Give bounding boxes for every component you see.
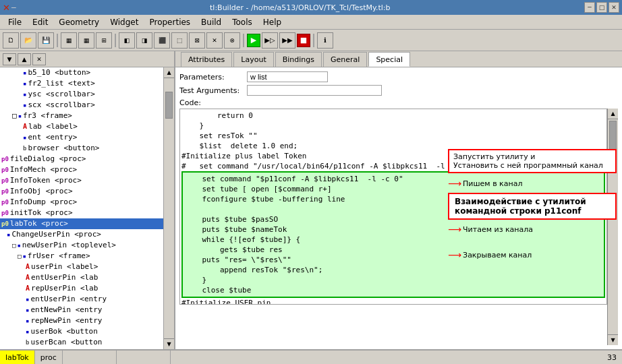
tree-item-label: userPin <label> — [31, 262, 98, 272]
tree-area: ▪ b5_10 <button> ▪ fr2_list <text> ▪ ysc… — [0, 67, 163, 349]
statusbar-text-2: proc — [40, 353, 57, 362]
list-item[interactable]: ▪ fr2_list <text> — [0, 78, 163, 89]
tab-special[interactable]: Special — [368, 52, 410, 67]
tree-item-label: repNewPin <entry — [30, 315, 102, 326]
btn8[interactable]: ⊠ — [189, 32, 205, 49]
list-item[interactable]: □ ▪ newUserPin <toplevel> — [0, 240, 163, 251]
content-area: Parameters: Test Arguments: Code: return… — [175, 67, 622, 349]
titlebar-left: ✕ ─ — [3, 3, 16, 13]
test-args-input[interactable] — [247, 85, 382, 96]
parameters-row: Parameters: — [179, 71, 618, 82]
btn9[interactable]: ✕ — [206, 32, 223, 49]
list-item[interactable]: A entUserPin <lab — [0, 272, 163, 283]
list-item[interactable]: ▪ repNewPin <entry — [0, 315, 163, 326]
btn7[interactable]: ⬚ — [171, 32, 188, 49]
list-item[interactable]: p0 initTok <proc> — [0, 208, 163, 218]
maximize-button[interactable]: □ — [596, 2, 607, 13]
btn1[interactable]: ▦ — [61, 32, 77, 49]
close-icon[interactable]: ✕ — [3, 3, 10, 13]
collapse-all-button[interactable]: ▲ — [18, 53, 31, 65]
code-scroll-thumb[interactable] — [609, 121, 617, 161]
code-scrollbar[interactable]: ▲ ▼ — [607, 109, 618, 345]
list-item[interactable]: A lab <label> — [0, 121, 163, 132]
tab-attributes[interactable]: Attributes — [181, 52, 232, 67]
list-item[interactable]: p0 InfoToken <proc> — [0, 175, 163, 186]
menu-file[interactable]: File — [3, 16, 27, 28]
tab-general[interactable]: General — [323, 52, 367, 67]
window-close-button[interactable]: ✕ — [609, 2, 619, 13]
tree-item-label: repUserPin <lab — [31, 283, 98, 294]
menu-widget[interactable]: Widget — [105, 16, 144, 28]
btn5[interactable]: ◨ — [136, 32, 152, 49]
tree-container: ▪ b5_10 <button> ▪ fr2_list <text> ▪ ysc… — [0, 67, 174, 349]
save-button[interactable]: 💾 — [38, 32, 54, 49]
code-label: Code: — [179, 98, 618, 107]
list-item[interactable]: A repUserPin <lab — [0, 283, 163, 294]
tree-inner: ▪ b5_10 <button> ▪ fr2_list <text> ▪ ysc… — [0, 67, 163, 349]
titlebar: ✕ ─ tl:Builder - /home/a513/ORLOV/TK_Tcl… — [0, 0, 622, 15]
code-editor[interactable]: return 0 } set resTok "" $list delete 1.… — [179, 109, 607, 305]
menubar: File Edit Geometry Widget Properties Bui… — [0, 15, 622, 30]
vertical-scrollbar[interactable]: ▲ ▼ — [163, 67, 174, 349]
menu-help[interactable]: Help — [258, 16, 287, 28]
left-panel: ▼ ▲ ✕ ▪ b5_10 <button> ▪ fr2_list <text> — [0, 51, 175, 349]
menu-edit[interactable]: Edit — [27, 16, 53, 28]
tree-item-label: lab <label> — [28, 121, 78, 132]
list-item[interactable]: ▪ ysc <scrollbar> — [0, 89, 163, 100]
step2-button[interactable]: ▶▶ — [279, 32, 295, 49]
menu-tools[interactable]: Tools — [227, 16, 258, 28]
new-button[interactable]: 🗋 — [3, 32, 19, 49]
info-button[interactable]: ℹ — [317, 32, 333, 49]
right-panel: Attributes Layout Bindings General Speci… — [175, 51, 622, 349]
list-item[interactable]: ▪ scx <scrollbar> — [0, 100, 163, 111]
statusbar-item-1: labTok — [0, 351, 35, 364]
list-item[interactable]: b browser <button> — [0, 143, 163, 154]
scroll-down-button[interactable]: ▼ — [164, 338, 174, 349]
menu-geometry[interactable]: Geometry — [53, 16, 105, 28]
tree-close-button[interactable]: ✕ — [32, 53, 46, 65]
btn6[interactable]: ⬛ — [154, 32, 170, 49]
sep4 — [313, 34, 314, 47]
selected-tree-item[interactable]: p0 labTok <proc> — [0, 218, 163, 229]
scroll-thumb[interactable] — [165, 92, 173, 119]
stop-button[interactable]: ■ — [297, 34, 310, 47]
parameters-input[interactable] — [247, 71, 328, 82]
list-item[interactable]: p0 codeChangeUserPin <co — [0, 348, 163, 349]
code-scroll-down[interactable]: ▼ — [608, 334, 618, 345]
titlebar-buttons: ─ □ ✕ — [584, 2, 619, 13]
sep3 — [243, 34, 244, 47]
expand-all-button[interactable]: ▼ — [3, 53, 16, 65]
list-item[interactable]: p0 fileDialog <proc> — [0, 154, 163, 164]
list-item[interactable]: b userBcan <button — [0, 337, 163, 348]
list-item[interactable]: A userPin <label> — [0, 262, 163, 272]
btn2[interactable]: ▦ — [78, 32, 94, 49]
tab-bindings[interactable]: Bindings — [275, 52, 322, 67]
list-item[interactable]: ▪ b5_10 <button> — [0, 67, 163, 78]
list-item[interactable]: ▪ entNewPin <entry — [0, 305, 163, 315]
tree-item-label: userBcan <button — [30, 337, 102, 348]
main: ▼ ▲ ✕ ▪ b5_10 <button> ▪ fr2_list <text> — [0, 51, 622, 349]
list-item[interactable]: □ ▪ fr3 <frame> — [0, 111, 163, 121]
list-item[interactable]: p0 InfoDump <proc> — [0, 197, 163, 208]
code-scroll-up[interactable]: ▲ — [608, 109, 618, 119]
run-button[interactable]: ▶ — [247, 34, 260, 47]
list-item[interactable]: ▪ entUserPin <entry — [0, 294, 163, 305]
tab-layout[interactable]: Layout — [233, 52, 273, 67]
tab-bar: Attributes Layout Bindings General Speci… — [175, 51, 622, 67]
open-button[interactable]: 📂 — [20, 32, 36, 49]
step-button[interactable]: ▶▷ — [262, 32, 278, 49]
menu-build[interactable]: Build — [196, 16, 227, 28]
btn4[interactable]: ◧ — [119, 32, 135, 49]
list-item[interactable]: ▪ userBok <button — [0, 326, 163, 337]
list-item[interactable]: ▪ ChangeUserPin <proc> — [0, 229, 163, 240]
btn10[interactable]: ⊗ — [224, 32, 240, 49]
btn3[interactable]: ⊞ — [96, 32, 112, 49]
test-args-label: Test Arguments: — [179, 86, 247, 95]
list-item[interactable]: p0 InfoMech <proc> — [0, 164, 163, 175]
scroll-up-button[interactable]: ▲ — [164, 67, 174, 78]
minimize-button[interactable]: ─ — [584, 2, 595, 13]
menu-properties[interactable]: Properties — [144, 16, 196, 28]
list-item[interactable]: □ ▪ frUser <frame> — [0, 251, 163, 262]
list-item[interactable]: ▪ ent <entry> — [0, 132, 163, 143]
list-item[interactable]: p0 InfoObj <proc> — [0, 186, 163, 197]
